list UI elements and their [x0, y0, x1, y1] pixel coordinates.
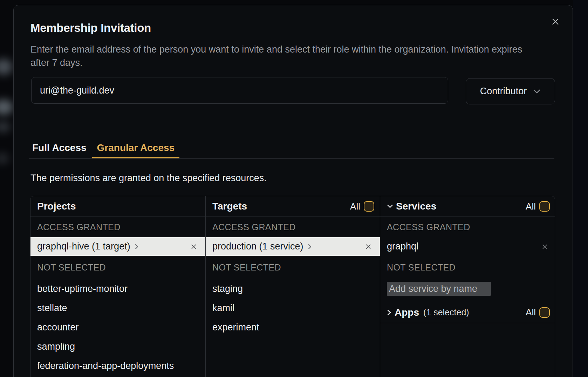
backdrop-right-strip [573, 0, 588, 377]
apps-label: Apps [395, 307, 419, 318]
project-selected-row[interactable]: graphql-hive (1 target) [30, 237, 205, 256]
project-item[interactable]: sampling [30, 337, 205, 356]
targets-access-granted-label: ACCESS GRANTED [206, 217, 380, 237]
tab-granular-access[interactable]: Granular Access [92, 142, 180, 158]
dialog-description: Enter the email address of the person yo… [30, 43, 539, 69]
remove-project-button[interactable] [189, 242, 198, 251]
x-icon [541, 243, 548, 250]
close-icon [551, 18, 560, 26]
target-selected-name: production (1 service) [212, 241, 303, 252]
target-item[interactable]: experiment [206, 318, 380, 337]
apps-section-toggle[interactable]: Apps (1 selected) All [380, 302, 555, 323]
services-all-label: All [526, 201, 536, 212]
target-selected-row[interactable]: production (1 service) [206, 237, 380, 256]
permissions-note: The permissions are granted on the speci… [30, 173, 267, 184]
resources-table: Projects ACCESS GRANTED graphql-hive (1 … [30, 196, 555, 377]
backdrop-blur-blob [0, 153, 9, 164]
targets-all-checkbox[interactable] [364, 201, 374, 212]
project-item[interactable]: accounter [30, 318, 205, 337]
targets-header: Targets All [206, 196, 380, 217]
services-header-label: Services [396, 201, 436, 212]
chevron-right-icon[interactable] [308, 244, 312, 250]
target-item[interactable]: kamil [206, 299, 380, 318]
projects-header-label: Projects [37, 201, 76, 212]
chevron-down-icon[interactable] [387, 204, 393, 208]
projects-header: Projects [30, 196, 205, 217]
service-selected-row[interactable]: graphql [380, 237, 555, 256]
projects-access-granted-label: ACCESS GRANTED [30, 217, 205, 237]
access-tabs: Full Access Granular Access [29, 142, 554, 159]
projects-not-selected-label: NOT SELECTED [30, 256, 205, 279]
services-column: Services All ACCESS GRANTED graphql NOT … [380, 196, 555, 377]
role-select[interactable]: Contributor [466, 78, 555, 104]
tab-full-access[interactable]: Full Access [27, 142, 91, 158]
project-selected-name: graphql-hive (1 target) [37, 241, 130, 252]
remove-service-button[interactable] [540, 242, 550, 252]
remove-target-button[interactable] [364, 242, 373, 251]
invite-email-input[interactable] [31, 77, 448, 104]
x-icon [191, 244, 197, 250]
role-select-value: Contributor [480, 86, 527, 97]
project-item[interactable]: stellate [30, 299, 205, 318]
services-all-checkbox[interactable] [539, 201, 550, 212]
services-not-selected-label: NOT SELECTED [380, 256, 555, 279]
target-item[interactable]: staging [206, 279, 380, 299]
apps-selected-count: (1 selected) [423, 307, 469, 317]
chevron-right-icon [387, 309, 391, 316]
dialog-title: Membership Invitation [30, 21, 151, 35]
backdrop-blur-blob [0, 59, 13, 75]
add-service-input[interactable] [387, 282, 491, 296]
x-icon [365, 244, 371, 250]
service-selected-name: graphql [387, 241, 418, 252]
apps-all-label: All [526, 307, 536, 318]
membership-invitation-dialog: Membership Invitation Enter the email ad… [13, 5, 573, 377]
services-access-granted-label: ACCESS GRANTED [380, 217, 555, 237]
targets-column: Targets All ACCESS GRANTED production (1… [205, 196, 380, 377]
services-section-divider [380, 296, 555, 302]
backdrop-blur-blob [0, 100, 13, 115]
close-button[interactable] [548, 15, 562, 29]
project-item[interactable]: better-uptime-monitor [30, 279, 205, 299]
project-item[interactable]: federation-and-app-deployments [30, 356, 205, 376]
targets-not-selected-label: NOT SELECTED [206, 256, 380, 279]
apps-all-checkbox[interactable] [539, 307, 550, 318]
targets-header-label: Targets [212, 201, 247, 212]
chevron-down-icon [533, 89, 541, 94]
chevron-right-icon[interactable] [135, 244, 139, 250]
targets-all-label: All [350, 201, 360, 212]
projects-column: Projects ACCESS GRANTED graphql-hive (1 … [30, 196, 205, 377]
services-header: Services All [380, 196, 555, 217]
backdrop-blur-blob [0, 121, 11, 132]
